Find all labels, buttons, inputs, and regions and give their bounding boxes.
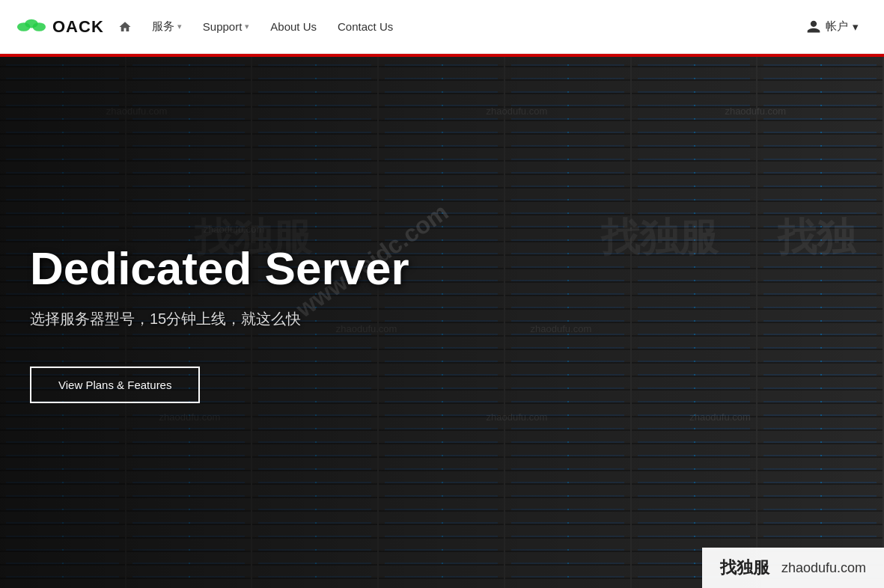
account-menu[interactable]: 帐户 ▾ (796, 13, 869, 40)
logo-text: OACK (52, 17, 104, 37)
nav-red-line (0, 54, 884, 57)
services-chevron-icon: ▾ (177, 22, 182, 31)
navbar: OACK 服务 ▾ Support ▾ About Us Contact Us … (0, 0, 884, 54)
hero-subtitle: 选择服务器型号，15分钟上线，就这么快 (30, 309, 409, 329)
nav-services[interactable]: 服务 ▾ (141, 13, 192, 40)
hero-content: Dedicated Server 选择服务器型号，15分钟上线，就这么快 Vie… (30, 243, 409, 403)
nav-about[interactable]: About Us (260, 14, 327, 39)
bottom-watermark-bar: 找独服 zhaodufu.com (702, 548, 884, 588)
home-button[interactable] (112, 13, 138, 40)
view-plans-button[interactable]: View Plans & Features (30, 367, 200, 403)
bottom-wm-url: zhaodufu.com (781, 560, 866, 576)
nav-support[interactable]: Support ▾ (192, 14, 260, 39)
account-chevron-icon: ▾ (853, 20, 859, 34)
bottom-wm-chinese: 找独服 (720, 557, 769, 579)
hero-title: Dedicated Server (30, 243, 409, 294)
support-chevron-icon: ▾ (245, 22, 249, 31)
nav-contact[interactable]: Contact Us (327, 14, 403, 39)
hero-section: zhaodufu.com zhaodufu.com zhaodufu.com 找… (0, 0, 884, 588)
svg-point-2 (32, 22, 46, 31)
logo-link[interactable]: OACK (15, 13, 104, 40)
